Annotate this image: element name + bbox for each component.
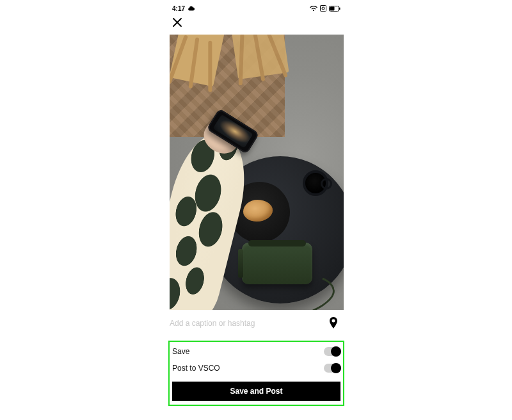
rotation-lock-icon [320, 5, 326, 12]
status-right [310, 5, 340, 12]
save-and-post-button[interactable]: Save and Post [172, 382, 340, 401]
close-button[interactable] [170, 15, 185, 30]
header [168, 14, 344, 31]
close-icon [173, 18, 182, 27]
svg-rect-4 [339, 7, 340, 10]
options-panel: Save Post to VSCO Save and Post [168, 341, 344, 406]
photo-preview[interactable] [170, 35, 344, 310]
svg-point-1 [322, 7, 324, 10]
save-toggle[interactable] [324, 347, 340, 356]
caption-row [168, 310, 344, 338]
post-label: Post to VSCO [172, 364, 220, 373]
phone-frame: 4:17 [168, 3, 344, 417]
save-option-row: Save [172, 343, 340, 360]
post-toggle[interactable] [324, 364, 340, 373]
status-left: 4:17 [172, 5, 195, 12]
status-bar: 4:17 [168, 3, 344, 14]
post-option-row: Post to VSCO [172, 360, 340, 376]
cloud-icon [188, 6, 195, 11]
caption-input[interactable] [168, 315, 325, 332]
add-location-button[interactable] [325, 315, 342, 332]
status-time: 4:17 [172, 5, 185, 12]
save-label: Save [172, 347, 189, 356]
battery-icon [329, 6, 340, 12]
svg-rect-3 [330, 6, 335, 10]
svg-rect-0 [321, 6, 326, 12]
location-pin-icon [328, 317, 339, 330]
wifi-icon [310, 6, 317, 12]
